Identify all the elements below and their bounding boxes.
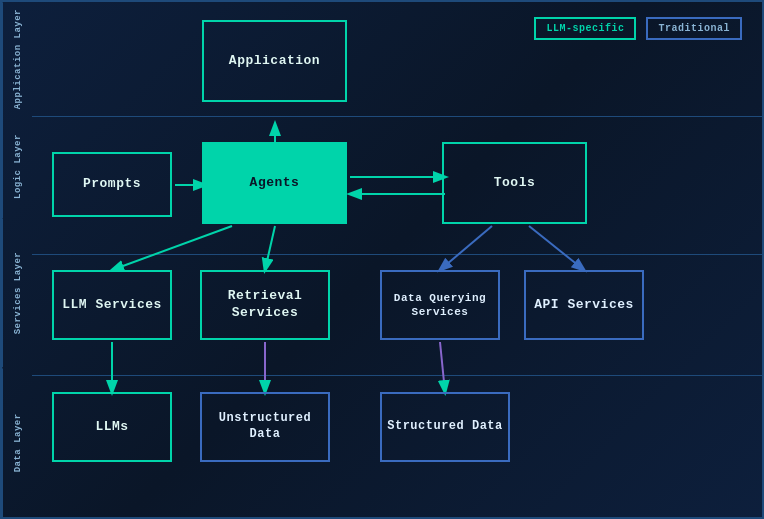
unstructured-data-box: Unstructured Data	[200, 392, 330, 462]
svg-line-5	[265, 226, 275, 270]
prompts-box: Prompts	[52, 152, 172, 217]
diagram-area: Application Agents Prompts Tools LLM Ser…	[32, 2, 762, 517]
svg-line-7	[529, 226, 584, 270]
svg-line-10	[440, 342, 445, 392]
logic-layer-label: Logic Layer	[2, 115, 32, 218]
main-diagram: Application Layer Logic Layer Services L…	[0, 0, 764, 519]
agents-box: Agents	[202, 142, 347, 224]
layer-labels: Application Layer Logic Layer Services L…	[2, 2, 32, 517]
svg-line-6	[440, 226, 492, 270]
retrieval-services-box: Retrieval Services	[200, 270, 330, 340]
data-querying-services-box: Data Querying Services	[380, 270, 500, 340]
services-layer-label: Services Layer	[2, 218, 32, 367]
app-layer-label: Application Layer	[2, 2, 32, 115]
llms-box: LLMs	[52, 392, 172, 462]
application-box: Application	[202, 20, 347, 102]
svg-line-4	[112, 226, 232, 270]
structured-data-box: Structured Data	[380, 392, 510, 462]
llm-services-box: LLM Services	[52, 270, 172, 340]
data-layer-label: Data Layer	[2, 368, 32, 517]
tools-box: Tools	[442, 142, 587, 224]
api-services-box: API Services	[524, 270, 644, 340]
